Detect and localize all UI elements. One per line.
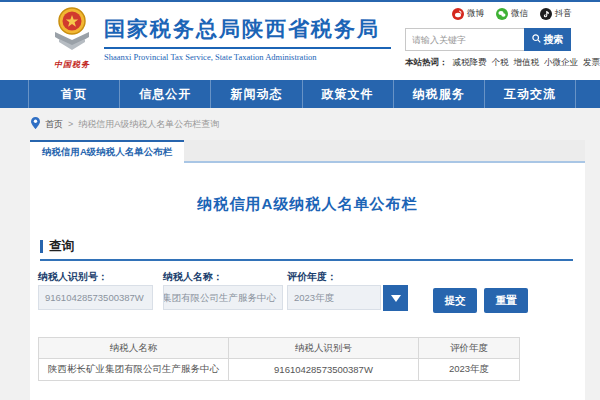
search-icon <box>532 34 541 45</box>
nav-item-news[interactable]: 新闻动态 <box>210 80 301 108</box>
tab-a-level-taxpayer-list[interactable]: 纳税信用A级纳税人名单公布栏 <box>30 140 184 163</box>
table-header-row: 纳税人名称 纳税人识别号 评价年度 <box>39 338 520 359</box>
results-table: 纳税人名称 纳税人识别号 评价年度 陕西彬长矿业集团有限公司生产服务中心 916… <box>38 337 520 381</box>
site-title-block: 国家税务总局陕西省税务局 Shaanxi Provincial Tax Serv… <box>104 15 391 62</box>
hotword-link[interactable]: 个税 <box>492 57 509 67</box>
tax-bureau-logo[interactable]: 中国税务 <box>44 6 100 72</box>
hotword-link[interactable]: 减税降费 <box>453 57 487 67</box>
wechat-label: 微信 <box>511 8 528 20</box>
nav-item-home[interactable]: 首页 <box>28 80 119 108</box>
site-title: 国家税务总局陕西省税务局 <box>104 15 391 43</box>
wechat-icon <box>496 8 508 20</box>
breadcrumb-separator: > <box>68 119 73 129</box>
hotwords-row: 本站热词：减税降费个税增值税小微企业发票 <box>405 57 600 69</box>
evaluation-year-label: 评价年度： <box>287 270 337 284</box>
page: 中国税务 国家税务总局陕西省税务局 Shaanxi Provincial Tax… <box>0 0 600 400</box>
national-emblem-icon <box>49 40 95 57</box>
search-button-label: 搜索 <box>544 33 564 47</box>
nav-item-policy-documents[interactable]: 政策文件 <box>302 80 393 108</box>
hotword-link[interactable]: 增值税 <box>514 57 540 67</box>
chevron-down-icon <box>391 295 401 302</box>
breadcrumb-current: 纳税信用A级纳税人名单公布栏查询 <box>78 118 219 131</box>
query-section-header: 查询 <box>40 238 74 255</box>
tab-bar: 纳税信用A级纳税人名单公布栏 <box>30 140 585 163</box>
site-header: 中国税务 国家税务总局陕西省税务局 Shaanxi Provincial Tax… <box>0 2 600 80</box>
weibo-label: 微博 <box>467 8 484 20</box>
section-accent-bar <box>40 240 43 253</box>
query-section-divider <box>40 259 573 261</box>
cell-evaluation-year: 2023年度 <box>418 359 519 381</box>
search-input[interactable] <box>405 28 524 51</box>
weibo-icon <box>452 8 464 20</box>
location-pin-icon <box>31 117 40 131</box>
hotwords-label: 本站热词： <box>405 57 448 67</box>
breadcrumb-home[interactable]: 首页 <box>45 118 63 131</box>
query-form: 纳税人识别号： 91610428573500387W 纳税人名称： 彬长矿业集团… <box>38 270 577 320</box>
reset-button[interactable]: 重置 <box>484 288 528 313</box>
taxpayer-id-input[interactable]: 91610428573500387W <box>38 285 153 310</box>
main-nav: 首页 信息公开 新闻动态 政策文件 纳税服务 互动交流 <box>0 80 600 108</box>
evaluation-year-select[interactable]: 2023年度 <box>287 285 381 310</box>
taxpayer-name-label: 纳税人名称： <box>163 270 223 284</box>
weibo-link[interactable]: 微博 <box>452 8 484 20</box>
cell-taxpayer-name: 陕西彬长矿业集团有限公司生产服务中心 <box>39 359 229 381</box>
douyin-link[interactable]: 抖音 <box>540 8 572 20</box>
nav-item-interaction[interactable]: 互动交流 <box>484 80 576 108</box>
header-taxpayer-name: 纳税人名称 <box>39 338 229 359</box>
social-links: 微博 微信 抖音 <box>452 8 572 20</box>
nav-item-tax-services[interactable]: 纳税服务 <box>393 80 484 108</box>
header-evaluation-year: 评价年度 <box>418 338 519 359</box>
cell-taxpayer-id: 91610428573500387W <box>228 359 418 381</box>
search-button[interactable]: 搜索 <box>524 28 571 51</box>
hotword-link[interactable]: 小微企业 <box>544 57 578 67</box>
taxpayer-id-label: 纳税人识别号： <box>38 270 108 284</box>
title-divider <box>104 47 391 49</box>
taxpayer-name-input[interactable]: 彬长矿业集团有限公司生产服务中心 <box>163 285 283 310</box>
logo-caption: 中国税务 <box>44 59 100 70</box>
site-subtitle: Shaanxi Provincial Tax Service, State Ta… <box>104 52 391 62</box>
year-dropdown-button[interactable] <box>383 285 408 311</box>
header-taxpayer-id: 纳税人识别号 <box>228 338 418 359</box>
main-panel: 纳税信用A级纳税人名单公布栏 纳税信用A级纳税人名单公布栏 查询 纳税人识别号：… <box>30 140 585 400</box>
submit-button[interactable]: 提交 <box>433 288 477 313</box>
page-title: 纳税信用A级纳税人名单公布栏 <box>30 195 585 214</box>
hotword-link[interactable]: 发票 <box>583 57 600 67</box>
search-bar: 搜索 <box>405 28 571 51</box>
table-row: 陕西彬长矿业集团有限公司生产服务中心 91610428573500387W 20… <box>39 359 520 381</box>
douyin-icon <box>540 8 552 20</box>
content-area: 首页 > 纳税信用A级纳税人名单公布栏查询 纳税信用A级纳税人名单公布栏 纳税信… <box>0 108 600 400</box>
douyin-label: 抖音 <box>555 8 572 20</box>
breadcrumb: 首页 > 纳税信用A级纳税人名单公布栏查询 <box>31 117 219 131</box>
wechat-link[interactable]: 微信 <box>496 8 528 20</box>
query-section-label: 查询 <box>49 238 74 255</box>
nav-item-info-disclosure[interactable]: 信息公开 <box>119 80 210 108</box>
